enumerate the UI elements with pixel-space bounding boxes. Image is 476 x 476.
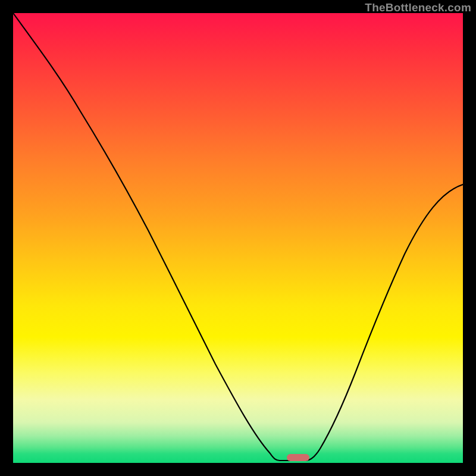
min-marker xyxy=(287,454,309,461)
bottleneck-curve xyxy=(13,13,463,463)
watermark-text: TheBottleneck.com xyxy=(365,1,471,14)
plot-area xyxy=(13,13,463,463)
